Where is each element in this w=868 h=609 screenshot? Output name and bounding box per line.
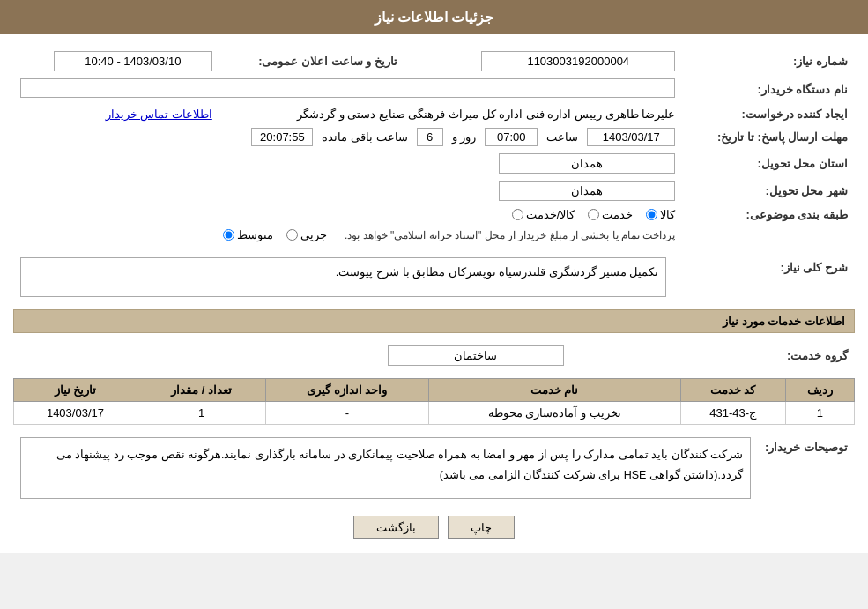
dastgah-value — [13, 75, 682, 104]
sharh-label: شرح کلی نیاز: — [673, 254, 855, 301]
tawsiyeh-label: توصیحات خریدار: — [758, 434, 855, 502]
ostan-input: همدان — [499, 153, 675, 174]
tarikh-date-input: 1403/03/17 — [587, 128, 675, 146]
tabaqe-option-khadamat[interactable]: خدمت — [588, 208, 633, 221]
sharh-table: شرح کلی نیاز: تکمیل مسیر گردشگری قلندرسی… — [13, 254, 855, 301]
sharh-row: شرح کلی نیاز: تکمیل مسیر گردشگری قلندرسی… — [13, 254, 855, 301]
farayand-option-jozi[interactable]: جزیی — [286, 228, 327, 241]
shahr-row: شهر محل تحویل: همدان — [13, 177, 855, 204]
tarikh-elan-label: تاریخ و ساعت اعلان عمومی: — [219, 48, 404, 75]
shomara-input: 1103003192000004 — [481, 51, 675, 71]
farayand-radio-motavaset[interactable] — [223, 229, 234, 241]
group-row: گروه خدمت: ساختمان — [13, 342, 855, 369]
dastgah-label: نام دستگاه خریدار: — [682, 75, 855, 104]
cell-tedad: 1 — [137, 402, 265, 425]
shomara-label: شماره نیاز: — [682, 48, 855, 75]
cell-vahed: - — [266, 402, 428, 425]
page-wrapper: جزئیات اطلاعات نیاز شماره نیاز: 11030031… — [0, 0, 868, 553]
tabaqe-radio-group: کالا/خدمت خدمت کالا — [20, 208, 675, 221]
table-row: 1 ج-43-431 تخریب و آماده‌سازی محوطه - 1 … — [14, 402, 855, 425]
back-button[interactable]: بازگشت — [353, 516, 439, 539]
group-label: گروه خدمت: — [571, 342, 855, 369]
ostan-row: استان محل تحویل: همدان — [13, 150, 855, 177]
farayand-option-motavaseт[interactable]: متوسط — [223, 228, 273, 241]
farayand-desc: پرداخت تمام یا بخشی از مبلغ خریدار از مح… — [345, 229, 675, 241]
tarikh-elan-value: 1403/03/10 - 10:40 — [13, 48, 219, 75]
col-radif: ردیف — [785, 379, 854, 402]
farayand-radio-jozi[interactable] — [286, 229, 298, 241]
print-button[interactable]: چاپ — [448, 516, 515, 539]
farayand-row: متوسط جزیی پرداخت تمام یا بخشی از مبلغ خ… — [13, 225, 855, 245]
group-input: ساختمان — [388, 345, 564, 366]
ijad-value: علیرضا طاهری رییس اداره فنی اداره کل میر… — [219, 104, 682, 124]
page-header: جزئیات اطلاعات نیاز — [0, 0, 868, 34]
service-table: ردیف کد خدمت نام خدمت واحد اندازه گیری ت… — [13, 378, 855, 425]
ijad-text: علیرضا طاهری رییس اداره فنی اداره کل میر… — [297, 108, 675, 121]
tabaqe-radio-kala[interactable] — [646, 209, 657, 220]
cell-radif: 1 — [785, 402, 854, 425]
rooz-input: 6 — [417, 128, 443, 146]
cell-name: تخریب و آماده‌سازی محوطه — [428, 402, 680, 425]
farayand-area: متوسط جزیی پرداخت تمام یا بخشی از مبلغ خ… — [20, 228, 675, 241]
main-info-table: شماره نیاز: 1103003192000004 تاریخ و ساع… — [13, 48, 855, 245]
ijad-label: ایجاد کننده درخواست: — [682, 104, 855, 124]
shomara-value: 1103003192000004 — [431, 48, 682, 75]
content-area: شماره نیاز: 1103003192000004 تاریخ و ساع… — [0, 34, 868, 553]
tabaqe-row: طبقه بندی موضوعی: کالا/خدمت خدمت کالا — [13, 204, 855, 225]
page-title: جزئیات اطلاعات نیاز — [375, 10, 494, 25]
dastgah-row: نام دستگاه خریدار: — [13, 75, 855, 104]
col-code: کد خدمت — [680, 379, 785, 402]
service-header-row: ردیف کد خدمت نام خدمت واحد اندازه گیری ت… — [14, 379, 855, 402]
tabaqe-radio-khadamat[interactable] — [588, 209, 599, 220]
tawsiyeh-table: توصیحات خریدار: شرکت کنندگان باید تمامی … — [13, 434, 855, 502]
sharh-textarea[interactable]: تکمیل مسیر گردشگری قلندرسیاه توپسرکان مط… — [20, 257, 666, 297]
tawsiyeh-row: توصیحات خریدار: شرکت کنندگان باید تمامی … — [13, 434, 855, 502]
tabaqe-radio-kala-khadamat[interactable] — [512, 209, 523, 220]
col-tedad: تعداد / مقدار — [137, 379, 265, 402]
ijad-row: ایجاد کننده درخواست: علیرضا طاهری رییس ا… — [13, 104, 855, 124]
col-name: نام خدمت — [428, 379, 680, 402]
mande-label: ساعت باقی مانده — [322, 130, 407, 144]
saat-label: ساعت — [546, 130, 578, 144]
cell-code: ج-43-431 — [680, 402, 785, 425]
service-section-header: اطلاعات خدمات مورد نیاز — [13, 309, 855, 333]
tarikh-row: مهلت ارسال پاسخ: تا تاریخ: 1403/03/17 سا… — [13, 124, 855, 150]
cell-tarikh: 1403/03/17 — [14, 402, 137, 425]
shomara-row: شماره نیاز: 1103003192000004 تاریخ و ساع… — [13, 48, 855, 75]
rooz-label: روز و — [452, 130, 477, 144]
tabaqe-option-kala[interactable]: کالا — [646, 208, 675, 221]
tawsiyeh-text[interactable]: شرکت کنندگان باید تمامی مدارک را پس از م… — [20, 437, 751, 499]
shahr-label: شهر محل تحویل: — [682, 177, 855, 204]
date-row: 1403/03/17 ساعت 07:00 روز و 6 ساعت باقی … — [20, 128, 675, 146]
dastgah-input — [20, 78, 675, 98]
saat-input: 07:00 — [485, 128, 538, 146]
mande-input: 20:07:55 — [251, 128, 313, 146]
farayand-label — [682, 225, 855, 245]
col-vahed: واحد اندازه گیری — [266, 379, 428, 402]
tarikh-label: مهلت ارسال پاسخ: تا تاریخ: — [682, 124, 855, 150]
service-table-header: ردیف کد خدمت نام خدمت واحد اندازه گیری ت… — [14, 379, 855, 402]
tarikh-elan-input: 1403/03/10 - 10:40 — [54, 51, 212, 71]
tabaqe-option-kala-khadamat[interactable]: کالا/خدمت — [512, 208, 575, 221]
tabaqe-label: طبقه بندی موضوعی: — [682, 204, 855, 225]
shahr-input: همدان — [499, 181, 675, 201]
ostan-label: استان محل تحویل: — [682, 150, 855, 177]
contact-link[interactable]: اطلاعات تماس خریدار — [106, 108, 212, 121]
group-table: گروه خدمت: ساختمان — [13, 342, 855, 369]
service-table-body: 1 ج-43-431 تخریب و آماده‌سازی محوطه - 1 … — [14, 402, 855, 425]
button-bar: چاپ بازگشت — [13, 516, 855, 539]
service-header-text: اطلاعات خدمات مورد نیاز — [723, 315, 845, 328]
farayand-radio-group: متوسط جزیی — [223, 228, 327, 241]
col-tarikh: تاریخ نیاز — [14, 379, 137, 402]
